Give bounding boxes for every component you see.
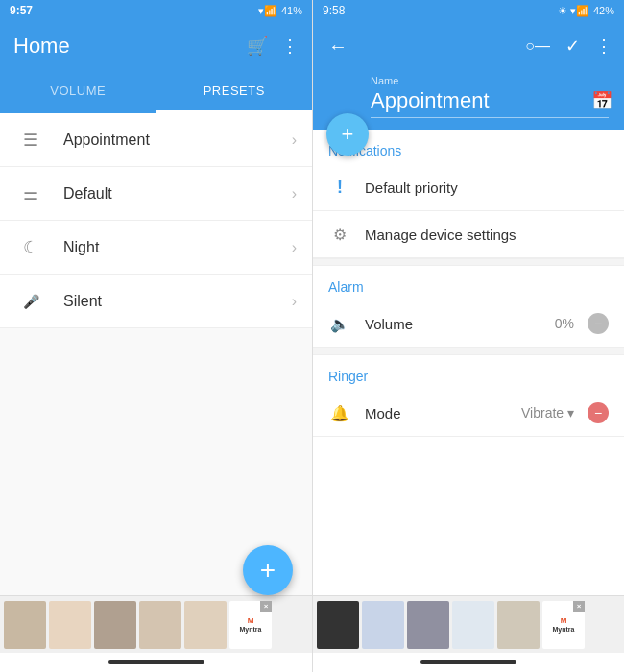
chevron-icon-4: › xyxy=(292,293,297,310)
chevron-icon: › xyxy=(292,132,297,149)
right-app-header: ← ○— ✓ ⋮ xyxy=(313,21,624,71)
priority-text: Default priority xyxy=(365,180,609,196)
volume-icon: 🔈 xyxy=(328,312,351,335)
preset-name-night: Night xyxy=(63,239,292,256)
left-header-icons: 🛒 ⋮ xyxy=(247,36,299,57)
lock-icon: ○— xyxy=(525,37,550,55)
ad-logo: MMyntra × xyxy=(229,601,272,649)
right-ad-thumb-4 xyxy=(452,601,494,649)
ad-thumb-5 xyxy=(184,601,227,649)
right-panel: 9:58 ☀ ▾📶 42% ← ○— ✓ ⋮ Name Appointment … xyxy=(312,0,624,672)
back-button[interactable]: ← xyxy=(324,32,351,61)
app-title: Home xyxy=(13,34,70,59)
left-app-header: Home 🛒 ⋮ xyxy=(0,21,312,71)
left-signal-icons: ▾📶 xyxy=(258,5,277,17)
tabs-bar: VOLUME PRESETS xyxy=(0,71,312,113)
volume-text: Volume xyxy=(365,316,541,332)
cart-button[interactable]: 🛒 xyxy=(247,36,268,57)
left-home-bar xyxy=(108,660,204,664)
ad-thumb-3 xyxy=(94,601,136,649)
remove-ringer-button[interactable]: − xyxy=(588,402,609,423)
left-panel: 9:57 ▾📶 41% Home 🛒 ⋮ VOLUME PRESETS ☰ Ap… xyxy=(0,0,312,672)
left-ad-banner: MMyntra × xyxy=(0,595,312,653)
preset-item-silent[interactable]: 🎤 Silent › xyxy=(0,275,312,328)
preset-item-appointment[interactable]: ☰ Appointment › xyxy=(0,113,312,167)
more-button[interactable]: ⋮ xyxy=(281,36,299,57)
left-status-bar: 9:57 ▾📶 41% xyxy=(0,0,312,21)
right-ad-thumb-1 xyxy=(317,601,359,649)
preset-list: ☰ Appointment › ⚌ Default › ☾ Night › 🎤 … xyxy=(0,113,312,595)
chevron-icon-3: › xyxy=(292,239,297,256)
left-home-indicator xyxy=(0,653,312,672)
device-text: Manage device settings xyxy=(365,227,609,243)
right-header-actions: ○— ✓ ⋮ xyxy=(525,36,612,57)
preset-name-appointment: Appointment xyxy=(63,132,292,149)
ad-close-button[interactable]: × xyxy=(260,601,272,612)
right-ad-thumb-2 xyxy=(362,601,404,649)
right-ad-thumb-5 xyxy=(497,601,540,649)
left-fab-button[interactable]: + xyxy=(243,545,293,595)
preset-icon-silent: 🎤 xyxy=(15,286,46,317)
left-time: 9:57 xyxy=(10,4,33,17)
right-ad-banner: MMyntra × xyxy=(313,595,624,653)
name-value[interactable]: Appointment xyxy=(371,88,609,118)
right-home-indicator xyxy=(313,653,624,672)
tab-volume[interactable]: VOLUME xyxy=(0,71,156,113)
right-battery: 42% xyxy=(593,5,614,16)
right-signal-icons: ☀ ▾📶 xyxy=(558,5,589,17)
right-home-bar xyxy=(420,660,516,664)
preset-name-default: Default xyxy=(63,185,292,203)
section-ringer: Ringer xyxy=(313,355,624,390)
volume-value: 0% xyxy=(555,316,574,331)
section-alarm: Alarm xyxy=(313,266,624,300)
remove-alarm-button[interactable]: − xyxy=(588,313,609,334)
section-divider-2 xyxy=(313,348,624,355)
right-ad-thumb-3 xyxy=(407,601,449,649)
calendar-button[interactable]: 📅 xyxy=(591,90,612,111)
right-ad-close-button[interactable]: × xyxy=(573,601,585,612)
ringer-text: Mode xyxy=(365,405,508,421)
name-label: Name xyxy=(371,75,609,86)
left-battery: 41% xyxy=(281,5,302,16)
right-status-icons: ☀ ▾📶 42% xyxy=(558,5,614,17)
preset-item-night[interactable]: ☾ Night › xyxy=(0,221,312,275)
priority-icon: ! xyxy=(328,176,351,199)
ad-thumb-2 xyxy=(49,601,91,649)
ad-thumb-4 xyxy=(139,601,181,649)
right-more-icon[interactable]: ⋮ xyxy=(595,36,612,57)
setting-row-ringer[interactable]: 🔔 Mode Vibrate ▾ − xyxy=(313,390,624,437)
ad-thumb-1 xyxy=(4,601,46,649)
preset-item-default[interactable]: ⚌ Default › xyxy=(0,167,312,221)
right-time: 9:58 xyxy=(323,4,345,17)
preset-icon-appointment: ☰ xyxy=(15,125,46,156)
left-status-icons: ▾📶 41% xyxy=(258,5,302,17)
ringer-icon: 🔔 xyxy=(328,401,351,424)
setting-row-volume[interactable]: 🔈 Volume 0% − xyxy=(313,300,624,348)
settings-icon: ⚙ xyxy=(328,223,351,246)
section-divider-1 xyxy=(313,258,624,266)
preset-name-silent: Silent xyxy=(63,293,292,310)
tab-presets[interactable]: PRESETS xyxy=(156,71,313,113)
right-ad-logo: MMyntra × xyxy=(542,601,585,649)
ringer-value: Vibrate ▾ xyxy=(521,405,574,420)
setting-row-priority[interactable]: ! Default priority xyxy=(313,164,624,211)
setting-row-device[interactable]: ⚙ Manage device settings xyxy=(313,211,624,258)
preset-icon-default: ⚌ xyxy=(15,179,46,209)
chevron-icon-2: › xyxy=(292,185,297,203)
right-fab-button[interactable]: + xyxy=(326,113,369,156)
check-icon[interactable]: ✓ xyxy=(565,36,580,57)
right-content: Notifications ! Default priority ⚙ Manag… xyxy=(313,130,624,595)
right-status-bar: 9:58 ☀ ▾📶 42% xyxy=(313,0,624,21)
preset-icon-night: ☾ xyxy=(15,232,46,263)
